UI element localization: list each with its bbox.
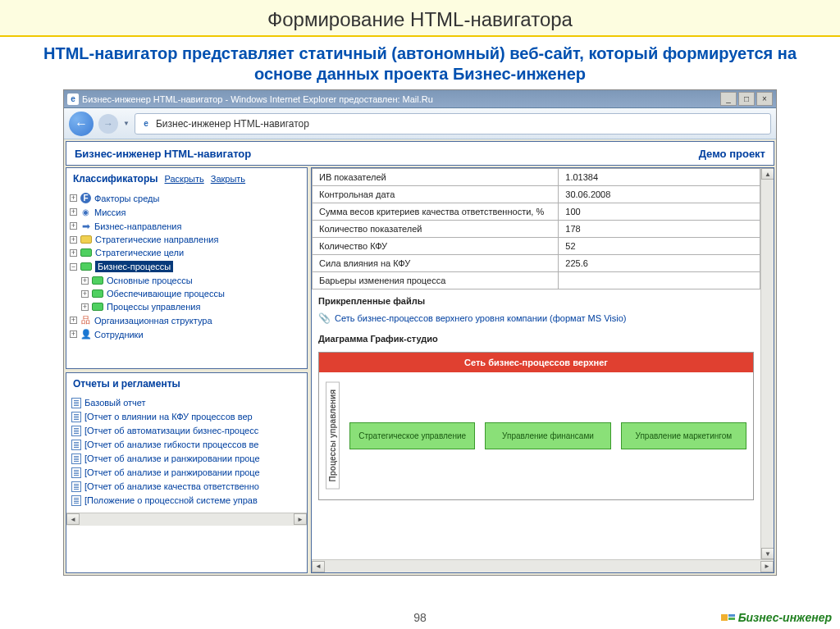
collapse-icon[interactable]: − (70, 263, 77, 271)
browser-window: e Бизнес-инженер HTML-навигатор - Window… (63, 89, 777, 576)
rect-icon (92, 276, 103, 285)
tree-item[interactable]: +👤Сотрудники (70, 327, 304, 341)
process-box[interactable]: Управление финансами (485, 422, 610, 449)
tree-item[interactable]: +FФакторы среды (70, 191, 304, 205)
rect-icon (80, 235, 92, 244)
report-item[interactable]: [Отчет об анализе качества ответственно (71, 480, 302, 494)
expand-icon[interactable]: + (70, 317, 77, 324)
properties-table: ИВ показателей1.01384 Контрольная дата30… (312, 168, 760, 289)
rect-icon (80, 262, 92, 271)
minimize-button[interactable]: _ (720, 92, 737, 106)
scrollbar-horizontal[interactable]: ◄ ► (66, 513, 307, 526)
table-row: Сумма весов критериев качества ответстве… (313, 203, 760, 221)
report-item[interactable]: [Отчет об анализе гибкости процессов ве (71, 438, 302, 452)
maximize-button[interactable]: □ (738, 92, 755, 106)
history-dropdown-icon[interactable]: ▼ (123, 120, 130, 127)
expand-icon[interactable]: + (70, 330, 77, 338)
table-row: Количество показателей178 (313, 221, 760, 238)
report-item[interactable]: [Отчет об автоматизации бизнес-процесс (71, 424, 302, 438)
slide-subtitle: HTML-навигатор представляет статичный (а… (0, 37, 840, 89)
expand-icon[interactable]: + (70, 222, 77, 230)
report-item[interactable]: [Отчет об анализе и ранжировании проце (71, 466, 302, 480)
tree-item[interactable]: +Обеспечивающие процессы (81, 287, 304, 300)
table-row: Контрольная дата30.06.2008 (313, 186, 760, 203)
expand-icon[interactable]: + (70, 194, 77, 202)
tree-item[interactable]: +Основные процессы (81, 274, 304, 287)
rect-icon (80, 248, 92, 257)
tab-title: Бизнес-инженер HTML-навигатор (156, 118, 309, 130)
classifiers-panel: Классификаторы Раскрыть Закрыть +FФактор… (66, 167, 308, 369)
window-title: Бизнес-инженер HTML-навигатор - Windows … (82, 94, 433, 104)
diagram-title: Диаграмма График-студио (312, 327, 760, 347)
forward-button[interactable]: → (98, 114, 118, 134)
scroll-down-icon[interactable]: ▼ (761, 548, 774, 559)
ie-icon: e (67, 93, 79, 105)
scroll-up-icon[interactable]: ▲ (761, 168, 774, 180)
window-titlebar: e Бизнес-инженер HTML-навигатор - Window… (64, 90, 776, 108)
expand-link[interactable]: Раскрыть (165, 174, 204, 184)
user-icon: 👤 (80, 329, 91, 340)
back-button[interactable]: ← (69, 112, 94, 136)
page-number: 98 (413, 611, 427, 624)
expand-icon[interactable]: + (81, 290, 89, 298)
rect-icon (92, 289, 103, 298)
table-row: Барьеры изменения процесса (313, 272, 760, 289)
report-item[interactable]: [Отчет об анализе и ранжировании проце (71, 452, 302, 466)
document-icon (71, 481, 81, 492)
tree-item[interactable]: +Стратегические цели (70, 246, 304, 259)
tree-item[interactable]: +◉Миссия (70, 205, 304, 219)
project-name: Демо проект (699, 148, 765, 160)
brand-icon (721, 614, 735, 621)
tab-favicon-icon: e (140, 118, 152, 130)
table-row: ИВ показателей1.01384 (313, 169, 760, 186)
classifiers-title: Классификаторы (73, 173, 158, 185)
scroll-left-icon[interactable]: ◄ (66, 513, 80, 525)
report-item[interactable]: [Отчет о влиянии на КФУ процессов вер (71, 410, 302, 424)
tree-item[interactable]: +➡Бизнес-направления (70, 219, 304, 233)
close-button[interactable]: × (756, 92, 773, 106)
target-icon: ◉ (80, 207, 91, 217)
paperclip-icon: 📎 (318, 312, 331, 324)
factor-icon: F (80, 193, 91, 203)
process-box[interactable]: Управление маркетингом (621, 422, 746, 449)
expand-icon[interactable]: + (70, 208, 77, 216)
slide-title: Формирование HTML-навигатора (0, 0, 840, 37)
expand-icon[interactable]: + (81, 277, 89, 285)
org-icon: 品 (80, 315, 91, 326)
report-item[interactable]: [Положение о процессной системе управ (71, 494, 302, 508)
scroll-left-icon[interactable]: ◄ (312, 561, 325, 572)
attachment-link[interactable]: 📎 Сеть бизнес-процессов верхнего уровня … (312, 309, 760, 327)
tree-item[interactable]: +品Организационная структура (70, 313, 304, 327)
document-icon (71, 467, 81, 478)
document-icon (71, 440, 81, 450)
scroll-right-icon[interactable]: ► (294, 513, 307, 525)
arrow-icon: ➡ (80, 221, 91, 231)
diagram: Сеть бизнес-процессов верхнег Процессы у… (318, 352, 754, 500)
brand-logo: Бизнес-инженер (721, 611, 832, 624)
reports-title: Отчеты и регламенты (73, 378, 180, 390)
page-header: Бизнес-инженер HTML-навигатор Демо проек… (66, 141, 774, 166)
sidebar: Классификаторы Раскрыть Закрыть +FФактор… (66, 167, 308, 573)
scrollbar-vertical[interactable]: ▲ ▼ (760, 168, 774, 559)
tree-item-selected[interactable]: −Бизнес-процессы (70, 259, 304, 274)
diagram-side-label: Процессы управления (326, 382, 340, 490)
expand-icon[interactable]: + (70, 249, 77, 257)
report-item[interactable]: Базовый отчет (71, 396, 302, 410)
expand-icon[interactable]: + (70, 236, 77, 244)
reports-list: Базовый отчет [Отчет о влиянии на КФУ пр… (66, 394, 307, 513)
browser-tab[interactable]: e Бизнес-инженер HTML-навигатор (135, 113, 771, 134)
reports-panel: Отчеты и регламенты Базовый отчет [Отчет… (66, 372, 308, 574)
scrollbar-horizontal[interactable]: ◄ ► (312, 559, 774, 572)
collapse-link[interactable]: Закрыть (211, 174, 245, 184)
diagram-header: Сеть бизнес-процессов верхнег (319, 353, 753, 372)
document-icon (71, 454, 81, 464)
document-icon (71, 426, 81, 436)
process-box[interactable]: Стратегическое управление (349, 422, 475, 449)
main-content: ИВ показателей1.01384 Контрольная дата30… (311, 167, 774, 573)
tree-item[interactable]: +Процессы управления (81, 300, 304, 313)
scroll-right-icon[interactable]: ► (760, 561, 774, 572)
page-title: Бизнес-инженер HTML-навигатор (75, 148, 251, 160)
expand-icon[interactable]: + (81, 303, 89, 311)
rect-icon (92, 303, 103, 311)
tree-item[interactable]: +Стратегические направления (70, 233, 304, 246)
